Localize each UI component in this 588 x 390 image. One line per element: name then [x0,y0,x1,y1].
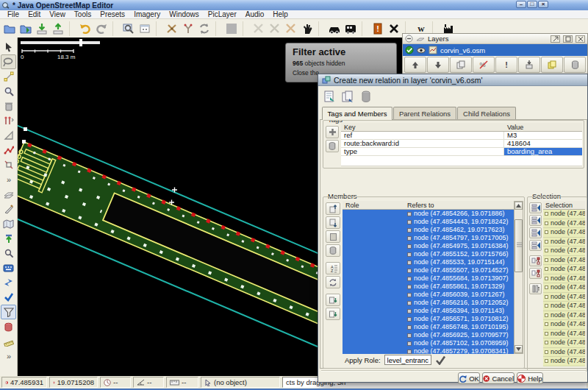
selection-row[interactable]: node (47.4855507, 19.0714527) [543,274,585,284]
menu-item[interactable]: View [45,10,70,18]
extrude-tool-icon[interactable] [1,128,16,143]
car-icon[interactable] [326,21,343,37]
panel-collapse-icon[interactable] [563,35,573,43]
selection-row[interactable]: node (47.4856571, 19.0710812) [543,330,585,339]
layer-merge-icon[interactable] [518,57,540,73]
more-tools-icon[interactable]: » [1,349,16,364]
scroll-down-icon[interactable] [514,345,523,353]
measure-ruler-icon[interactable] [1,334,16,349]
selection-row[interactable]: node (47.4856925, 19.0709577) [543,348,585,358]
layer-move-up-icon[interactable] [404,57,426,73]
collapse-icon[interactable] [405,35,413,43]
selection-row[interactable]: node (47.485533, 19.0715144) [543,265,585,274]
new-layer-icon[interactable] [1,21,18,37]
member-row[interactable]: node (47.4857102, 19.0708959) [343,339,514,347]
member-row[interactable]: node (47.4855861, 19.071329) [343,283,514,291]
members-scrollbar[interactable] [514,201,523,354]
member-sort-icon[interactable]: AZ [326,262,340,274]
apply-role-input[interactable] [384,355,431,365]
download-icon[interactable] [34,21,50,37]
ok-button[interactable]: OK [458,372,480,384]
selection-row[interactable]: node (47.4854975, 19.0716384) [543,247,585,256]
purge-icon[interactable] [1,319,16,334]
member-row[interactable]: node (47.4856394, 19.071143) [343,307,514,315]
member-row[interactable]: node (47.4855152, 19.0715766) [343,250,514,258]
layer-sheets-icon[interactable] [1,187,16,202]
keyboard-shortcuts-icon[interactable] [1,260,16,275]
menu-item[interactable]: Audio [241,10,269,18]
apply-role-confirm-icon[interactable] [435,355,446,365]
menu-item[interactable]: Windows [165,10,204,18]
tag-row[interactable]: refM3 [341,132,582,140]
filter-icon[interactable] [1,305,16,319]
add-selection-at-start-icon[interactable] [529,202,542,213]
download-members-icon[interactable] [326,294,340,306]
menu-item[interactable]: File [3,10,24,18]
selection-row[interactable]: node (47.485462, 19.0717623) [543,228,585,238]
knife-tool-icon[interactable] [1,202,16,216]
warning-icon[interactable]: ! [370,21,386,37]
member-row[interactable]: node (47.4855507, 19.0714527) [343,266,514,274]
selection-row[interactable]: node (47.4856039, 19.071267) [543,302,585,311]
member-row[interactable]: node (47.485533, 19.0715144) [343,258,514,266]
selection-row[interactable]: node (47.4855684, 19.0713907) [543,283,585,293]
member-row[interactable]: node (47.4856039, 19.071267) [343,291,514,299]
layer-opacity-icon[interactable]: % [473,57,495,73]
lasso-tool-icon[interactable] [1,54,16,69]
tag-row[interactable]: route:backward:id418604 [341,140,582,148]
tag-row-selected[interactable]: typeboarding_area [341,148,582,156]
member-row[interactable]: node (47.4854975, 19.0716384) [343,242,514,250]
tab-tags-and-members[interactable]: Tags and Members [322,107,392,120]
upload-icon[interactable] [50,21,66,37]
selection-row[interactable]: node (47.4857102, 19.0708959) [543,357,585,366]
panel-dock-icon[interactable] [551,35,560,43]
member-row[interactable]: node (47.4856571, 19.0710812) [343,315,514,323]
layer-new-icon[interactable] [541,57,563,73]
layer-duplicate-icon[interactable] [450,57,472,73]
upload-selection-icon[interactable] [1,231,16,246]
placeholder-icon[interactable] [223,21,240,37]
menu-item[interactable]: Imagery [129,10,165,18]
menu-item[interactable]: Edit [24,10,45,18]
copy-tags-icon[interactable] [340,88,356,104]
selection-row[interactable]: node (47.4856216, 19.0712052) [543,311,585,321]
more-tools-icon[interactable]: » [1,172,16,187]
redo-icon[interactable] [93,21,110,37]
selection-row[interactable]: node (47.4854443, 19.0718242) [543,219,585,229]
preset-junction-icon[interactable] [164,21,180,37]
layer-active-check-icon[interactable] [405,46,414,54]
selection-row[interactable]: node (47.4855152, 19.0715766) [543,256,585,266]
layer-move-down-icon[interactable] [427,57,449,73]
layer-visibility-eye-icon[interactable] [417,47,426,54]
panel-close-icon[interactable] [576,35,585,43]
add-selection-above-icon[interactable] [529,215,542,226]
layer-discourage-icon[interactable]: ! [495,57,517,73]
layer-delete-icon[interactable] [564,57,586,73]
sync-icon[interactable] [196,21,212,37]
selection-row[interactable]: node (47.4856748, 19.0710195) [543,338,585,348]
download-incomplete-members-icon[interactable] [326,308,340,320]
preset-fork-icon[interactable] [180,21,196,37]
member-row[interactable]: node (47.4854266, 19.071886) [343,210,514,218]
preferences-icon[interactable] [121,21,137,37]
member-row[interactable]: node (47.4857279, 19.0708341) [343,347,514,354]
member-row[interactable]: node (47.4854443, 19.0718242) [343,218,514,226]
menu-item[interactable]: PicLayer [204,10,241,18]
minimize-button[interactable]: – [516,1,526,8]
disabled-tool-icon[interactable] [267,21,283,37]
add-all-primitives-icon[interactable] [529,255,542,266]
selection-row[interactable]: node (47.4854797, 19.0717005) [543,238,585,247]
search-icon[interactable] [1,246,16,260]
member-move-down-icon[interactable] [326,216,340,229]
zoom-tool-icon[interactable] [1,84,16,99]
add-tag-icon[interactable] [326,126,339,138]
scrollbar-thumb[interactable] [514,219,523,272]
parallel-tool-icon[interactable] [1,113,16,128]
help-button[interactable]: Help [517,372,543,384]
open-file-icon[interactable] [18,21,34,37]
cancel-button[interactable]: Cancel [482,372,514,384]
member-delete-icon[interactable] [326,244,340,257]
member-row[interactable]: node (47.4854797, 19.0717005) [343,234,514,242]
dialog-titlebar[interactable]: Create new relation in layer 'corvin_v6.… [318,74,587,86]
hand-tool-icon[interactable] [299,21,315,37]
